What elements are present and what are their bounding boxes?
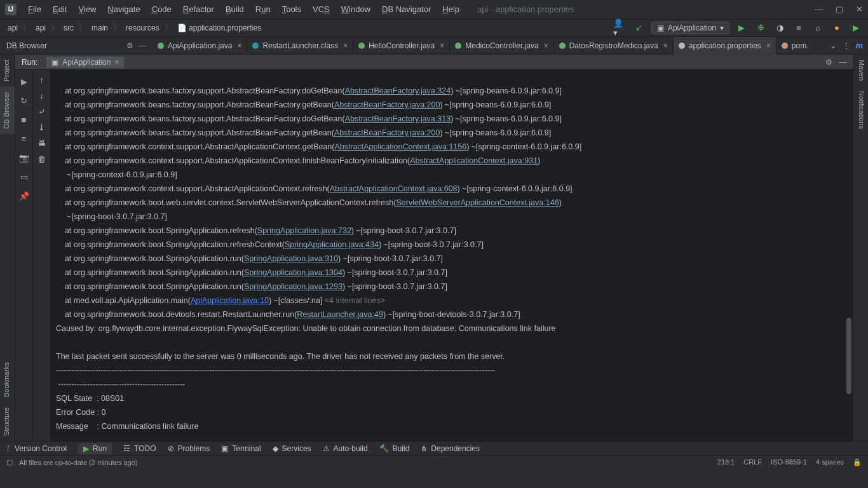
maximize-icon[interactable]: ▢ (836, 4, 843, 14)
status-pos[interactable]: 218:1 (717, 458, 735, 466)
menu-help[interactable]: Help (437, 3, 465, 16)
bt-todo[interactable]: ☲TODO (123, 444, 156, 453)
stack-link[interactable]: AbstractBeanFactory.java:200 (334, 128, 440, 137)
run-config-select[interactable]: ▣ ApiApplication ▾ (651, 22, 729, 34)
menu-window[interactable]: Window (336, 3, 376, 16)
stack-link[interactable]: SpringApplication.java:1293 (244, 282, 342, 291)
strip-notifications[interactable]: Notifications (853, 86, 868, 134)
down-icon[interactable]: ↓ (39, 91, 44, 100)
row-icon[interactable]: ▭ (18, 170, 31, 183)
actualize-icon[interactable]: ↻ (18, 94, 31, 107)
menu-build[interactable]: Build (220, 3, 249, 16)
crumb[interactable]: api (33, 22, 48, 34)
stack-link[interactable]: AbstractApplicationContext.java:608 (330, 184, 458, 193)
stack-link[interactable]: SpringApplication.java:434 (285, 240, 379, 249)
update-icon[interactable]: ● (830, 21, 844, 35)
scroll-end-icon[interactable]: ⤓ (38, 123, 45, 132)
print-icon[interactable]: 🖶 (37, 139, 46, 148)
debug-button[interactable]: ❉ (754, 21, 768, 35)
tab-pom[interactable]: pom. (776, 37, 815, 55)
pin-icon[interactable]: 📌 (18, 189, 31, 202)
close-icon[interactable]: × (114, 58, 119, 67)
strip-maven[interactable]: Maven (853, 55, 868, 86)
stack-link[interactable]: AbstractBeanFactory.java:324 (345, 86, 451, 95)
trash-icon[interactable]: 🗑 (37, 154, 46, 164)
strip-bookmarks[interactable]: Bookmarks (0, 357, 15, 402)
layout-icon[interactable]: ≡ (18, 132, 31, 145)
stop-button[interactable]: ■ (792, 21, 806, 35)
close-icon[interactable]: × (544, 41, 548, 50)
close-icon[interactable]: × (663, 41, 668, 50)
stack-link[interactable]: ServletWebServerApplicationContext.java:… (396, 198, 559, 207)
status-encoding[interactable]: ISO-8859-1 (771, 458, 807, 466)
strip-project[interactable]: Project (0, 55, 15, 86)
hide-icon[interactable]: — (839, 58, 846, 67)
stack-link[interactable]: SpringApplication.java:1304 (244, 268, 342, 277)
menu-edit[interactable]: Edit (48, 3, 72, 16)
bt-version-control[interactable]: ᚴVersion Control (6, 444, 67, 453)
console-output[interactable]: at org.springframework.beans.factory.sup… (51, 70, 853, 441)
menu-file[interactable]: File (23, 3, 46, 16)
bt-services[interactable]: ◆Services (273, 444, 311, 453)
stack-link[interactable]: ApiApplication.java:10 (191, 296, 269, 305)
menu-vcs[interactable]: VCS (308, 3, 335, 16)
stack-link[interactable]: AbstractBeanFactory.java:313 (345, 114, 451, 123)
menu-code[interactable]: Code (147, 3, 177, 16)
crumb[interactable]: 📄 application.properties (175, 22, 264, 34)
bt-terminal[interactable]: ▣Terminal (221, 444, 261, 453)
bt-autobuild[interactable]: ⚠Auto-build (323, 444, 368, 453)
crumb[interactable]: src (61, 22, 76, 34)
bt-run[interactable]: ▶Run (78, 443, 112, 454)
chevron-down-icon[interactable]: ⌄ (830, 41, 837, 50)
user-icon[interactable]: 👤▾ (613, 21, 627, 35)
status-indent[interactable]: 4 spaces (816, 458, 844, 466)
up-icon[interactable]: ↑ (39, 75, 44, 85)
more-icon[interactable]: ⋮ (842, 41, 850, 50)
menu-dbnav[interactable]: DB Navigator (377, 3, 436, 16)
bt-build[interactable]: 🔨Build (379, 444, 410, 453)
menu-tools[interactable]: Tools (277, 3, 306, 16)
gear-icon[interactable]: ⚙ (825, 58, 832, 67)
crumb[interactable]: api (5, 22, 20, 34)
softwrap-icon[interactable]: ⤶ (38, 107, 45, 116)
maven-icon[interactable]: m (855, 41, 863, 50)
bt-problems[interactable]: ⊘Problems (168, 444, 210, 453)
close-icon[interactable]: × (237, 41, 241, 50)
close-icon[interactable]: × (440, 41, 444, 50)
stack-link[interactable]: RestartLauncher.java:49 (297, 310, 383, 319)
menu-view[interactable]: View (73, 3, 101, 16)
tab-datosregistro[interactable]: DatosRegistroMedico.java× (554, 37, 674, 55)
tab-restartlauncher[interactable]: RestartLauncher.class× (247, 37, 353, 55)
bt-dependencies[interactable]: ⋔Dependencies (421, 444, 480, 453)
tab-apiapplication[interactable]: ApiApplication.java× (153, 37, 247, 55)
stack-link[interactable]: AbstractBeanFactory.java:200 (334, 100, 440, 109)
strip-structure[interactable]: Structure (0, 402, 15, 441)
stack-link[interactable]: SpringApplication.java:732 (257, 226, 351, 235)
search-icon[interactable]: ⌕ (811, 21, 825, 35)
menu-refactor[interactable]: Refactor (178, 3, 219, 16)
stack-link[interactable]: SpringApplication.java:310 (244, 254, 338, 263)
close-icon[interactable]: ✕ (856, 4, 863, 14)
tab-appproperties[interactable]: application.properties× (674, 37, 776, 55)
tab-medicocontroller[interactable]: MedicoController.java× (450, 37, 553, 55)
camera-icon[interactable]: 📷 (18, 151, 31, 164)
gear-icon[interactable]: ⚙ (126, 41, 133, 50)
tab-hellocontroller[interactable]: HelloController.java× (353, 37, 450, 55)
strip-dbbrowser[interactable]: DB Browser (0, 86, 15, 134)
avatar-icon[interactable]: ▶ (849, 21, 863, 35)
menu-run[interactable]: Run (250, 3, 276, 16)
status-icon[interactable]: ▢ (6, 458, 13, 466)
back-icon[interactable]: ↙ (632, 21, 646, 35)
rerun-icon[interactable]: ▶ (18, 75, 31, 88)
stop-icon[interactable]: ■ (18, 113, 31, 126)
stack-link[interactable]: AbstractApplicationContext.java:931 (410, 156, 538, 165)
minimize-icon[interactable]: — (815, 4, 823, 14)
run-button[interactable]: ▶ (735, 21, 749, 35)
crumb[interactable]: resources (123, 22, 162, 34)
close-icon[interactable]: × (766, 41, 771, 50)
crumb[interactable]: main (89, 22, 111, 34)
menu-navigate[interactable]: Navigate (102, 3, 145, 16)
lock-icon[interactable]: 🔒 (853, 458, 862, 466)
coverage-button[interactable]: ◑ (773, 21, 787, 35)
close-icon[interactable]: × (343, 41, 348, 50)
